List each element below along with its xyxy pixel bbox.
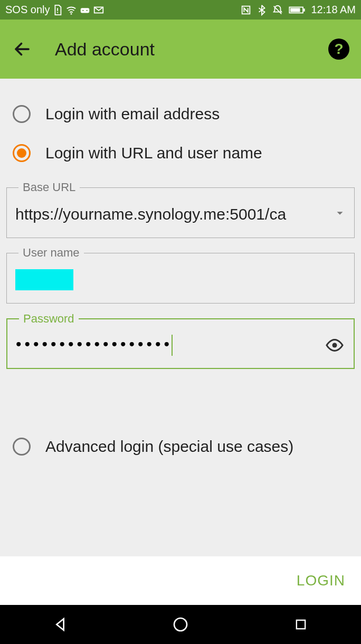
radio-login-url[interactable]: Login with URL and user name (0, 134, 361, 173)
text-cursor (172, 335, 173, 356)
svg-rect-10 (291, 8, 300, 12)
game-icon (79, 4, 91, 16)
chevron-down-icon[interactable] (334, 207, 346, 221)
page-title: Add account (55, 39, 155, 60)
password-masked: •••••••••••••••••• (16, 335, 324, 356)
content-area: Login with email address Login with URL … (0, 79, 361, 605)
nfc-icon (240, 4, 252, 16)
wifi-icon (65, 4, 77, 16)
bluetooth-icon (256, 4, 268, 16)
radio-advanced-login[interactable]: Advanced login (special use cases) (0, 427, 361, 466)
field-label: Base URL (18, 181, 80, 194)
svg-point-13 (174, 618, 187, 631)
field-label: Password (19, 312, 79, 326)
nav-recents-button[interactable] (288, 611, 314, 638)
carrier-text: SOS only (5, 4, 50, 16)
nav-back-button[interactable] (47, 611, 73, 638)
password-field[interactable]: Password •••••••••••••••••• (6, 318, 355, 369)
username-field[interactable]: User name (6, 253, 355, 304)
mail-icon (93, 4, 104, 16)
radio-label: Advanced login (special use cases) (45, 438, 293, 456)
clock-text: 12:18 AM (311, 4, 356, 16)
svg-point-5 (87, 10, 88, 11)
base-url-input[interactable] (15, 205, 329, 223)
svg-rect-14 (297, 620, 305, 629)
nav-home-button[interactable] (167, 611, 194, 638)
radio-login-email[interactable]: Login with email address (0, 94, 361, 134)
radio-label: Login with URL and user name (45, 144, 262, 162)
back-button[interactable] (11, 37, 34, 61)
toggle-password-visibility[interactable] (324, 335, 345, 356)
radio-icon-selected (13, 144, 31, 162)
field-label: User name (18, 246, 84, 260)
radio-icon (13, 438, 31, 456)
base-url-field[interactable]: Base URL (6, 187, 355, 238)
svg-point-1 (57, 12, 58, 13)
svg-point-2 (71, 13, 72, 14)
footer-bar: LOGIN (0, 556, 361, 605)
radio-label: Login with email address (45, 105, 220, 123)
svg-rect-3 (81, 8, 90, 13)
svg-point-12 (332, 343, 337, 348)
svg-point-4 (83, 10, 84, 11)
battery-icon (288, 4, 307, 16)
login-button[interactable]: LOGIN (297, 572, 345, 589)
svg-rect-11 (303, 8, 305, 12)
help-button[interactable]: ? (328, 39, 349, 60)
sim-alert-icon (52, 4, 63, 16)
system-nav-bar (0, 605, 361, 644)
status-bar: SOS only (0, 0, 361, 20)
app-bar: Add account ? (0, 20, 361, 79)
radio-icon (13, 105, 31, 123)
dnd-icon (272, 4, 283, 16)
username-redacted (15, 269, 73, 290)
